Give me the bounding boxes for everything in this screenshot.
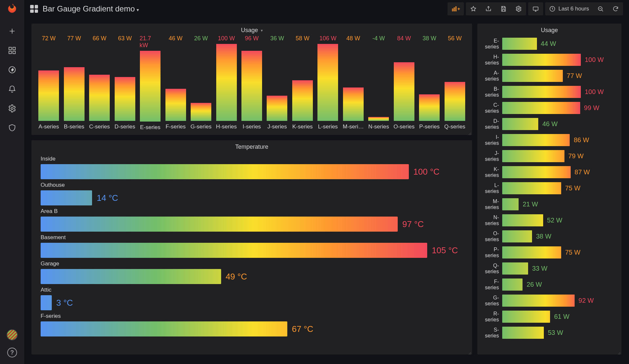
- temperature-row: Basement105 °C: [41, 234, 463, 258]
- hbar-label: J-series: [482, 150, 502, 162]
- vbar-value: 58 W: [295, 35, 309, 42]
- save-button[interactable]: [496, 2, 511, 15]
- create-icon[interactable]: [8, 27, 16, 37]
- hbar-row: D-series46 W: [482, 118, 614, 130]
- cycle-view-button[interactable]: [528, 2, 543, 15]
- vbar: 36 WJ-series: [266, 35, 288, 130]
- hbar-fill: [502, 262, 528, 275]
- hbar-fill: [502, 278, 523, 291]
- hbar-fill: [502, 166, 571, 178]
- hbar-fill: [502, 134, 570, 146]
- vbar-value: 56 W: [448, 35, 462, 42]
- svg-rect-10: [533, 7, 538, 10]
- hbar-label: M-series: [482, 199, 502, 210]
- hbar-fill: [502, 182, 561, 194]
- temperature-bar: [41, 164, 409, 179]
- hbar-label: I-series: [482, 134, 502, 146]
- resize-handle-icon[interactable]: [467, 351, 471, 354]
- temperature-label: Basement: [41, 234, 463, 241]
- svg-rect-6: [452, 9, 453, 11]
- explore-icon[interactable]: [8, 66, 16, 76]
- time-range-button[interactable]: Last 6 hours: [545, 2, 593, 15]
- vbar-value: 77 W: [67, 35, 81, 42]
- vbar-value: 38 W: [423, 35, 436, 42]
- hbar-row: C-series99 W: [482, 102, 614, 114]
- vbar: 21.7 kWE-series: [140, 35, 161, 130]
- panel-title[interactable]: Usage▾: [31, 24, 472, 35]
- zoom-out-button[interactable]: [593, 2, 608, 15]
- hbar-value: 75 W: [565, 184, 581, 192]
- hbar-row: S-series53 W: [482, 327, 614, 339]
- vbar: 26 WG-series: [190, 35, 212, 130]
- hbar-label: S-series: [482, 327, 502, 339]
- hbar-label: B-series: [482, 86, 502, 98]
- svg-rect-3: [13, 51, 15, 54]
- hbar-label: R-series: [482, 311, 502, 323]
- share-button[interactable]: [481, 2, 496, 15]
- temperature-label: Garage: [41, 260, 463, 267]
- resize-handle-icon[interactable]: [617, 351, 621, 354]
- vbar-category: J-series: [267, 124, 287, 130]
- vbar: 84 WO-series: [393, 35, 415, 130]
- svg-rect-7: [454, 8, 455, 11]
- svg-rect-2: [9, 51, 11, 54]
- panel-title[interactable]: Usage: [477, 24, 621, 35]
- temperature-row: Inside100 °C: [41, 156, 463, 179]
- topbar: Bar Gauge Gradient demo ▾ + Last 6 hours: [24, 0, 629, 18]
- vbar-category: P-series: [419, 124, 440, 130]
- svg-point-9: [518, 8, 520, 10]
- panel-temperature: Temperature Inside100 °COuthouse14 °CAre…: [31, 140, 472, 354]
- hbar-value: 79 W: [568, 152, 584, 160]
- vbar-category: N-series: [368, 124, 389, 130]
- hbar-value: 99 W: [584, 104, 600, 112]
- settings-button[interactable]: [511, 2, 526, 15]
- hbar-fill: [502, 118, 538, 130]
- resize-handle-icon[interactable]: [467, 131, 471, 135]
- temperature-label: F-series: [41, 313, 463, 319]
- configuration-icon[interactable]: [8, 104, 16, 114]
- star-button[interactable]: [466, 2, 481, 15]
- grafana-logo-icon[interactable]: [5, 3, 19, 17]
- vbar-value: 72 W: [42, 35, 56, 42]
- hbar-row: B-series100 W: [482, 86, 614, 98]
- temperature-bar: [41, 321, 287, 336]
- hbar-row: N-series52 W: [482, 214, 614, 226]
- vbar-category: D-series: [114, 124, 135, 130]
- temperature-label: Inside: [41, 156, 463, 162]
- vbar: 58 WK-series: [292, 35, 313, 130]
- hbar-row: M-series21 W: [482, 198, 614, 210]
- temperature-row: Area B97 °C: [41, 208, 463, 232]
- refresh-button[interactable]: [608, 2, 623, 15]
- hbar-row: L-series75 W: [482, 182, 614, 194]
- temperature-label: Attic: [41, 287, 463, 293]
- alerting-icon[interactable]: [8, 85, 16, 95]
- hbar-fill: [502, 86, 581, 98]
- vbar-value: 21.7 kW: [140, 35, 161, 49]
- dashboard-grid-icon[interactable]: [30, 5, 38, 13]
- panel-title[interactable]: Temperature: [31, 140, 472, 152]
- hbar-row: I-series86 W: [482, 134, 614, 146]
- hbar-fill: [502, 327, 544, 339]
- help-icon[interactable]: ?: [7, 348, 17, 357]
- vbar-category: K-series: [292, 124, 313, 130]
- vbar-value: 36 W: [270, 35, 284, 42]
- vbar-category: C-series: [89, 124, 110, 130]
- svg-point-5: [11, 107, 13, 110]
- hbar-value: 21 W: [523, 201, 538, 208]
- hbar-row: K-series87 W: [482, 166, 614, 178]
- hbar-label: K-series: [482, 166, 502, 178]
- dashboards-icon[interactable]: [8, 46, 16, 56]
- vbar: 48 WM-seri…: [343, 35, 364, 130]
- vbar: 106 WL-series: [317, 35, 338, 130]
- shield-icon[interactable]: [8, 124, 16, 134]
- dashboard-title[interactable]: Bar Gauge Gradient demo ▾: [43, 4, 139, 13]
- temperature-bar: [41, 243, 427, 258]
- temperature-bar: [41, 295, 52, 310]
- temperature-row: Attic3 °C: [41, 287, 463, 310]
- vbar: 38 WP-series: [419, 35, 440, 130]
- user-avatar[interactable]: [7, 329, 18, 340]
- hbar-label: L-series: [482, 182, 502, 194]
- add-panel-button[interactable]: +: [448, 2, 464, 15]
- hbar-value: 61 W: [554, 313, 569, 320]
- temperature-value: 67 °C: [292, 324, 313, 334]
